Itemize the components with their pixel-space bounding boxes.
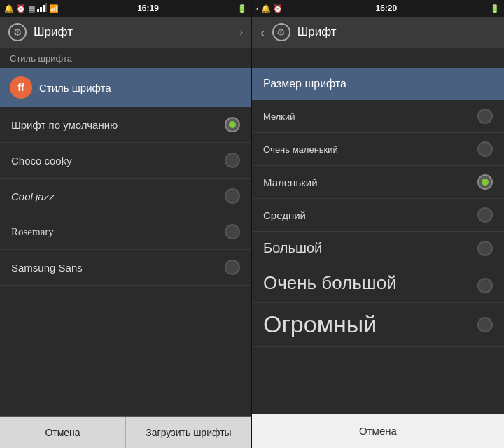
size-item-xxlarge[interactable]: Огромный [252,303,504,346]
radio-cooljazz [225,188,240,204]
radio-xlarge [477,278,493,293]
font-name-rosemary: Rosemary [11,226,54,238]
radio-very-small [477,141,493,157]
status-bar-right: ‹ 🔔 ⏰ 16:20 🔋 [252,0,504,17]
gear-icon-right: ⚙ [272,23,290,41]
size-name-tiny: Мелкий [263,111,295,122]
time-display-right: 16:20 [375,4,397,13]
load-fonts-button[interactable]: Загрузить шрифты [125,417,251,448]
cancel-button-right[interactable]: Отмена [252,414,504,448]
font-item-rosemary[interactable]: Rosemary [0,214,251,250]
status-icons-right-left: 🔋 [237,4,247,13]
font-item-samsung[interactable]: Samsung Sans [0,250,251,286]
size-name-xlarge: Очень большой [263,272,397,294]
title-bar-right: ‹ ⚙ Шрифт [252,17,504,48]
back-arrow-icon[interactable]: ‹ [260,24,265,41]
size-name-large: Большой [263,240,322,256]
status-bar-left: 🔔 ⏰ ▤ 📶 16:19 🔋 [0,0,251,17]
svg-rect-3 [46,4,47,12]
status-icons-left-right: ‹ 🔔 ⏰ [256,4,283,13]
page-title-left: Шрифт [34,25,73,39]
right-panel: ‹ 🔔 ⏰ 16:20 🔋 ‹ ⚙ Шрифт . Размер шрифта … [252,0,504,448]
title-bar-left: ⚙ Шрифт › [0,17,251,48]
radio-large [477,241,493,256]
dropdown-header[interactable]: ff Стиль шрифта [0,68,251,107]
radio-choco [225,153,240,168]
time-display-left: 16:19 [137,4,159,13]
font-name-choco: Choco cooky [11,155,72,167]
back-icon[interactable]: ‹ [256,4,259,13]
battery-icon: 🔋 [237,4,247,13]
font-item-cooljazz[interactable]: Cool jazz [0,178,251,214]
wifi-icon: 📶 [49,4,59,13]
size-name-very-small: Очень маленький [263,144,338,155]
size-item-very-small[interactable]: Очень маленький [252,133,504,166]
size-item-xlarge[interactable]: Очень большой [252,265,504,303]
radio-default [225,117,240,132]
sim-icon: ▤ [28,4,35,13]
radio-rosemary [225,224,240,239]
cancel-button-left[interactable]: Отмена [0,417,125,448]
buttons-row: Отмена Загрузить шрифты [0,416,251,448]
svg-rect-0 [37,9,39,12]
size-item-small[interactable]: Маленький [252,166,504,199]
radio-xxlarge [477,317,493,332]
status-icons-right-right: 🔋 [490,4,500,13]
signal-icon [37,4,47,13]
radio-samsung [225,260,240,275]
font-name-cooljazz: Cool jazz [11,190,55,202]
font-name-default: Шрифт по умолчанию [11,119,118,131]
radio-dot-small [482,178,489,186]
size-item-tiny[interactable]: Мелкий [252,100,504,133]
dropdown-header-text: Стиль шрифта [39,82,111,94]
arrow-right-icon: › [239,26,243,38]
size-item-large[interactable]: Большой [252,232,504,265]
svg-rect-1 [40,7,42,12]
font-item-default[interactable]: Шрифт по умолчанию [0,107,251,143]
page-title-right: Шрифт [298,25,337,39]
clock-icon: ⏰ [16,4,26,13]
notification-icon: 🔔 [4,4,14,13]
radio-tiny [477,108,493,124]
ff-logo-icon: ff [10,76,32,99]
battery-icon-r: 🔋 [490,4,500,13]
size-name-xxlarge: Огромный [263,312,377,337]
clock-icon-r: ⏰ [273,4,283,13]
size-item-medium[interactable]: Средний [252,199,504,232]
radio-dot-default [229,121,236,128]
svg-rect-2 [43,5,45,12]
gear-icon-left: ⚙ [8,23,27,41]
font-item-choco[interactable]: Choco cooky [0,143,251,178]
size-name-medium: Средний [263,209,306,221]
subtitle-left: Стиль шрифта [0,48,251,68]
font-name-samsung: Samsung Sans [11,262,83,274]
radio-small [477,174,493,190]
size-header: Размер шрифта [252,68,504,100]
radio-medium [477,207,493,223]
status-icons-left: 🔔 ⏰ ▤ 📶 [4,4,59,13]
size-name-small: Маленький [263,176,318,188]
left-panel: 🔔 ⏰ ▤ 📶 16:19 🔋 ⚙ Шрифт › Стиль шрифта f… [0,0,252,448]
notification-icon-r: 🔔 [261,4,271,13]
